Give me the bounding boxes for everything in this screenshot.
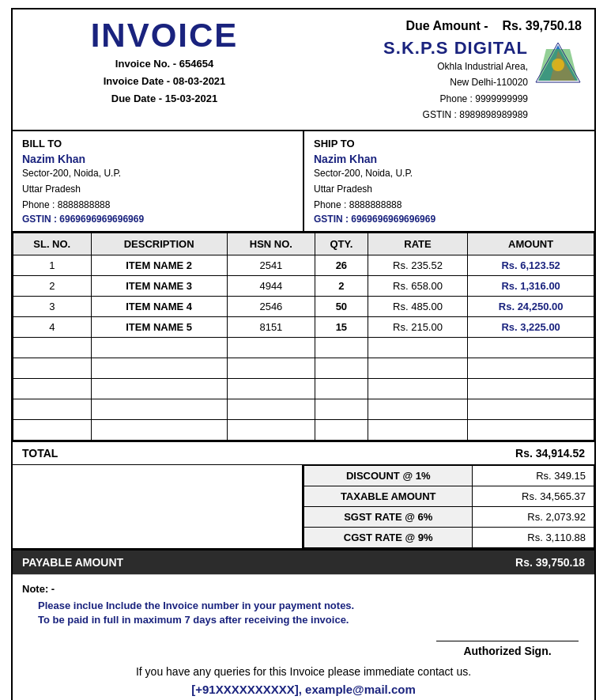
bill-to-phone: Phone : 8888888888 [22, 197, 293, 213]
cell-sl: 3 [13, 296, 92, 316]
due-amount-value: Rs. 39,750.18 [502, 19, 582, 32]
empty-row [13, 419, 594, 440]
cgst-label: CGST RATE @ 9% [304, 527, 473, 547]
ship-to-label: SHIP TO [314, 138, 585, 149]
cell-rate: Rs. 215.00 [368, 316, 468, 337]
notes-section: Note: - Please inclue Include the Invoic… [13, 574, 594, 633]
ship-to-gstin: GSTIN : 6969696969696969 [314, 214, 585, 225]
sgst-label: SGST RATE @ 6% [304, 506, 473, 527]
payable-value: Rs. 39,750.18 [515, 556, 585, 569]
notes-line2: To be paid in full in maximum 7 days aft… [22, 614, 585, 626]
col-amount: AMOUNT [468, 233, 594, 255]
bill-to-label: BILL TO [22, 138, 293, 149]
col-qty: QTY. [315, 233, 368, 255]
notes-line1: Please inclue Include the Invoice number… [22, 600, 585, 611]
discount-value: Rs. 349.15 [473, 465, 594, 486]
footer-message: If you have any queries for this Invoice… [13, 660, 594, 681]
invoice-title: INVOICE [25, 19, 304, 52]
ship-to-name: Nazim Khan [314, 153, 585, 165]
cell-hsn: 8151 [227, 316, 315, 337]
footer-contact: [+91XXXXXXXXXX], example@mail.com [13, 681, 594, 700]
svg-point-4 [552, 59, 564, 71]
invoice-date: 08-03-2021 [173, 75, 226, 87]
cell-sl: 4 [13, 316, 92, 337]
cell-hsn: 2541 [227, 255, 315, 275]
cell-rate: Rs. 235.52 [368, 255, 468, 275]
taxable-value: Rs. 34,565.37 [473, 486, 594, 506]
company-logo [534, 41, 582, 89]
cell-qty: 15 [315, 316, 368, 337]
invoice-date-label: Invoice Date - [104, 75, 171, 87]
cell-rate: Rs. 658.00 [368, 275, 468, 296]
col-hsn: HSN NO. [227, 233, 315, 255]
company-details: Okhla Industrial Area, New Delhi-110020 … [383, 59, 528, 123]
sign-block: Authorized Sign. [436, 641, 579, 657]
cell-hsn: 4944 [227, 275, 315, 296]
company-gstin: 8989898989989 [459, 109, 528, 120]
items-table: SL. NO. DESCRIPTION HSN NO. QTY. RATE AM… [13, 233, 594, 441]
due-date: 15-03-2021 [165, 93, 218, 104]
ship-to-address2: Uttar Pradesh [314, 181, 585, 197]
cell-sl: 2 [13, 275, 92, 296]
cell-qty: 50 [315, 296, 368, 316]
discount-row: DISCOUNT @ 1% Rs. 349.15 [304, 465, 594, 486]
notes-label: Note: - [22, 583, 585, 595]
empty-row [13, 337, 594, 358]
cell-desc: ITEM NAME 4 [91, 296, 227, 316]
company-name: S.K.P.S DIGITAL [383, 38, 528, 59]
payable-label: PAYABLE AMOUNT [22, 556, 123, 569]
table-row: 1 ITEM NAME 2 2541 26 Rs. 235.52 Rs. 6,1… [13, 255, 594, 275]
total-label: TOTAL [22, 447, 58, 460]
invoice-meta: Invoice No. - 654654 Invoice Date - 08-0… [25, 55, 304, 108]
due-date-label: Due Date - [111, 93, 162, 104]
cell-amount: Rs. 1,316.00 [468, 275, 594, 296]
col-slno: SL. NO. [13, 233, 92, 255]
company-address1: Okhla Industrial Area, [437, 61, 528, 72]
summary-right: DISCOUNT @ 1% Rs. 349.15 TAXABLE AMOUNT … [304, 465, 594, 548]
company-block: S.K.P.S DIGITAL Okhla Industrial Area, N… [383, 38, 582, 123]
empty-row [13, 358, 594, 378]
sign-line [436, 641, 579, 641]
cell-qty: 26 [315, 255, 368, 275]
ship-to-phone: Phone : 8888888888 [314, 197, 585, 213]
col-description: DESCRIPTION [91, 233, 227, 255]
invoice-no: 654654 [179, 58, 213, 70]
company-address2: New Delhi-110020 [450, 77, 528, 88]
sign-section: Authorized Sign. [13, 633, 594, 660]
table-row: 2 ITEM NAME 3 4944 2 Rs. 658.00 Rs. 1,31… [13, 275, 594, 296]
invoice-container: INVOICE Invoice No. - 654654 Invoice Dat… [11, 8, 596, 700]
cell-qty: 2 [315, 275, 368, 296]
total-value: Rs. 34,914.52 [515, 447, 585, 460]
cgst-row: CGST RATE @ 9% Rs. 3,110.88 [304, 527, 594, 547]
bill-to-block: BILL TO Nazim Khan Sector-200, Noida, U.… [13, 131, 304, 231]
cell-sl: 1 [13, 255, 92, 275]
due-amount-label: Due Amount - [405, 19, 488, 32]
invoice-title-block: INVOICE Invoice No. - 654654 Invoice Dat… [25, 19, 304, 108]
summary-table: DISCOUNT @ 1% Rs. 349.15 TAXABLE AMOUNT … [304, 465, 594, 548]
sign-label: Authorized Sign. [436, 645, 579, 657]
empty-row [13, 378, 594, 399]
invoice-header: INVOICE Invoice No. - 654654 Invoice Dat… [13, 9, 594, 131]
due-amount-line: Due Amount - Rs. 39,750.18 [405, 19, 582, 33]
ship-to-address1: Sector-200, Noida, U.P. [314, 165, 585, 181]
cgst-value: Rs. 3,110.88 [473, 527, 594, 547]
cell-desc: ITEM NAME 3 [91, 275, 227, 296]
company-phone-label: Phone : [440, 93, 473, 104]
table-row: 3 ITEM NAME 4 2546 50 Rs. 485.00 Rs. 24,… [13, 296, 594, 316]
taxable-row: TAXABLE AMOUNT Rs. 34,565.37 [304, 486, 594, 506]
cell-rate: Rs. 485.00 [368, 296, 468, 316]
address-section: BILL TO Nazim Khan Sector-200, Noida, U.… [13, 131, 594, 233]
ship-to-block: SHIP TO Nazim Khan Sector-200, Noida, U.… [304, 131, 594, 231]
summary-section: DISCOUNT @ 1% Rs. 349.15 TAXABLE AMOUNT … [13, 465, 594, 549]
header-right: Due Amount - Rs. 39,750.18 S.K.P.S DIGIT… [304, 19, 582, 123]
company-info: S.K.P.S DIGITAL Okhla Industrial Area, N… [383, 38, 528, 123]
summary-left-empty [13, 465, 304, 548]
bill-to-gstin: GSTIN : 6969696969696969 [22, 214, 293, 225]
total-row: TOTAL Rs. 34,914.52 [13, 441, 594, 465]
bill-to-address2: Uttar Pradesh [22, 181, 293, 197]
invoice-no-label: Invoice No. - [115, 58, 176, 70]
bill-to-name: Nazim Khan [22, 153, 293, 165]
table-header-row: SL. NO. DESCRIPTION HSN NO. QTY. RATE AM… [13, 233, 594, 255]
cell-hsn: 2546 [227, 296, 315, 316]
cell-desc: ITEM NAME 5 [91, 316, 227, 337]
